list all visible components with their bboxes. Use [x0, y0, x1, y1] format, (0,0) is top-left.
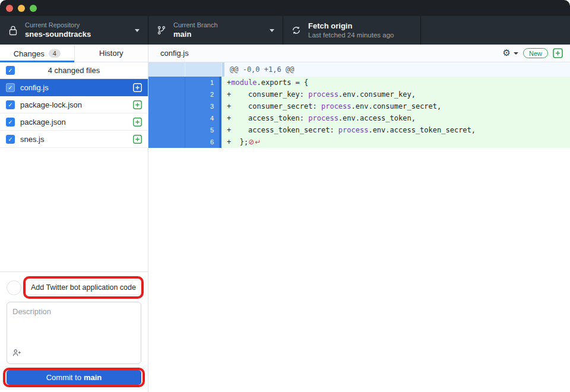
chevron-down-icon: [135, 29, 140, 32]
file-name: config.js: [20, 83, 133, 92]
commit-button-branch: main: [84, 373, 102, 382]
hunk-gutter-old: [148, 62, 185, 77]
diff-gutter-old: [148, 112, 185, 124]
changes-count-badge: 4: [49, 49, 61, 58]
hunk-header-row: @@ -0,0 +1,6 @@: [148, 62, 570, 77]
zoom-window-icon[interactable]: [30, 5, 37, 12]
current-repository-button[interactable]: Current Repository snes-soundtracks: [0, 16, 148, 45]
repository-text: Current Repository snes-soundtracks: [25, 21, 91, 39]
file-checkbox[interactable]: ✓: [6, 135, 15, 144]
select-all-checkbox[interactable]: ✓: [6, 66, 15, 75]
close-window-icon[interactable]: [6, 5, 13, 12]
file-row[interactable]: ✓snes.js: [0, 131, 148, 148]
hunk-header-text: @@ -0,0 +1,6 @@: [224, 62, 570, 77]
avatar: [7, 280, 21, 295]
chevron-down-icon: [270, 29, 274, 32]
hunk-gutter-new: [185, 62, 222, 77]
changes-sidebar: Changes 4 History ✓ 4 changed files ✓con…: [0, 45, 148, 392]
commit-button[interactable]: Commit to main: [7, 370, 141, 385]
diff-line-number: 3: [185, 100, 219, 112]
file-add-icon[interactable]: [133, 135, 142, 144]
diff-line-code: + consumer_key: process.env.consumer_key…: [221, 88, 570, 100]
current-branch-button[interactable]: Current Branch main: [148, 16, 283, 45]
file-name: package-lock.json: [20, 100, 133, 109]
branch-label: Current Branch: [173, 21, 218, 30]
diff-line[interactable]: 1+module.exports = {: [148, 77, 570, 88]
changed-files-header: ✓ 4 changed files: [0, 62, 148, 79]
commit-summary-input[interactable]: [26, 280, 141, 295]
file-add-icon[interactable]: [133, 83, 142, 92]
tab-history-label: History: [99, 49, 123, 58]
tab-changes-label: Changes: [14, 49, 45, 58]
sidebar-empty-space: [0, 148, 148, 271]
sidebar-tabbar: Changes 4 History: [0, 45, 148, 62]
toolbar-empty-space: [421, 16, 570, 45]
file-add-icon[interactable]: [133, 100, 142, 109]
file-checkbox[interactable]: ✓: [6, 100, 15, 109]
diff-header: config.js ⚙ New: [148, 45, 570, 62]
sync-icon: [290, 26, 302, 35]
diff-line-number: 2: [185, 88, 219, 100]
git-branch-icon: [156, 25, 167, 36]
file-name: snes.js: [20, 135, 133, 144]
diff-line[interactable]: 2+ consumer_key: process.env.consumer_ke…: [148, 88, 570, 100]
changed-files-list: ✓config.js✓package-lock.json✓package.jso…: [0, 79, 148, 148]
diff-line-number: 1: [185, 77, 219, 88]
diff-line-code: + access_token: process.env.access_token…: [221, 112, 570, 124]
file-row[interactable]: ✓package.json: [0, 113, 148, 131]
diff-gutter-old: [148, 77, 185, 88]
app-window: Current Repository snes-soundtracks Curr…: [0, 0, 570, 392]
diff-panel: config.js ⚙ New: [148, 45, 570, 392]
diff-line[interactable]: 4+ access_token: process.env.access_toke…: [148, 112, 570, 124]
diff-file-name: config.js: [160, 49, 189, 58]
fetch-text: Fetch origin Last fetched 24 minutes ago: [308, 21, 394, 40]
fetch-title: Fetch origin: [308, 21, 394, 31]
diff-line[interactable]: 5+ access_token_secret: process.env.acce…: [148, 124, 570, 136]
diff-line-code: +module.exports = {: [221, 77, 570, 88]
diff-line-code: + };⊘↵: [221, 136, 570, 148]
new-file-badge: New: [523, 48, 548, 58]
diff-line-code: + consumer_secret: process.env.consumer_…: [221, 100, 570, 112]
branch-name: main: [173, 30, 218, 39]
tab-changes[interactable]: Changes 4: [0, 45, 74, 62]
commit-description-field[interactable]: Description: [7, 302, 141, 364]
expand-diff-button[interactable]: [553, 48, 563, 58]
fetch-origin-button[interactable]: Fetch origin Last fetched 24 minutes ago: [283, 16, 421, 45]
toolbar: Current Repository snes-soundtracks Curr…: [0, 16, 570, 45]
file-checkbox[interactable]: ✓: [6, 83, 15, 92]
file-name: package.json: [20, 118, 133, 127]
diff-line-number: 6: [185, 136, 219, 148]
tab-history[interactable]: History: [74, 45, 148, 62]
description-placeholder: Description: [12, 307, 135, 316]
diff-line-number: 5: [185, 124, 219, 136]
file-row[interactable]: ✓config.js: [0, 79, 148, 96]
minimize-window-icon[interactable]: [18, 5, 25, 12]
branch-text: Current Branch main: [173, 21, 218, 39]
titlebar: [0, 0, 570, 16]
commit-form: Description Commit to main: [0, 271, 148, 392]
diff-gutter-old: [148, 100, 185, 112]
diff-options-button[interactable]: ⚙: [503, 49, 518, 58]
fetch-subtitle: Last fetched 24 minutes ago: [308, 31, 394, 39]
diff-line-number: 4: [185, 112, 219, 124]
file-checkbox[interactable]: ✓: [6, 118, 15, 127]
gear-icon: ⚙: [503, 49, 511, 58]
changed-files-count: 4 changed files: [48, 66, 100, 75]
diff-line[interactable]: 6+ };⊘↵: [148, 136, 570, 148]
file-add-icon[interactable]: [133, 118, 142, 127]
add-coauthor-icon[interactable]: [12, 349, 21, 359]
repository-label: Current Repository: [25, 21, 91, 30]
lock-icon: [7, 25, 19, 36]
file-row[interactable]: ✓package-lock.json: [0, 96, 148, 113]
diff-gutter-old: [148, 124, 185, 136]
diff-gutter-old: [148, 88, 185, 100]
diff-line-code: + access_token_secret: process.env.acces…: [221, 124, 570, 136]
diff-line[interactable]: 3+ consumer_secret: process.env.consumer…: [148, 100, 570, 112]
diff-content: @@ -0,0 +1,6 @@ 1+module.exports = {2+ c…: [148, 62, 570, 392]
commit-button-prefix: Commit to: [46, 373, 81, 382]
repository-name: snes-soundtracks: [25, 30, 91, 39]
diff-gutter-old: [148, 136, 185, 148]
chevron-down-icon: [514, 52, 518, 55]
